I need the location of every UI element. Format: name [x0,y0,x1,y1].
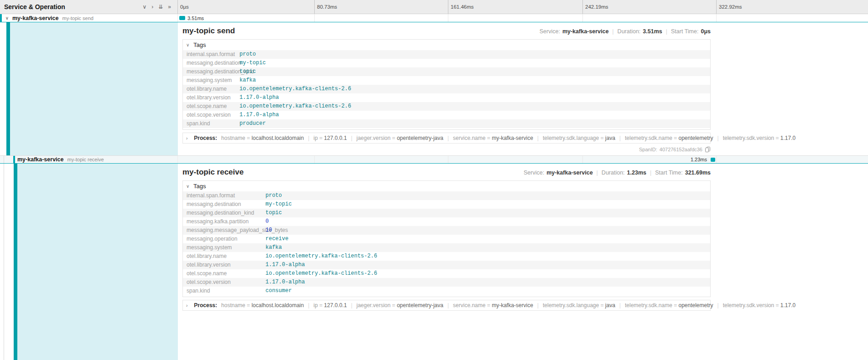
process-key: service.name [453,302,492,309]
process-accordion-header[interactable]: › Process: hostnamelocalhost.localdomain… [182,133,711,144]
process-kv-list: hostnamelocalhost.localdomainip127.0.0.1… [221,302,795,309]
tick-label: 161.46ms [451,4,474,10]
timeline-tick: 161.46ms [448,0,474,14]
tag-key: otel.scope.name [183,102,239,111]
tag-value: 10 [265,226,275,235]
span-detail-highlight [17,164,178,360]
tag-row: otel.scope.version1.17.0-alpha [183,111,710,119]
expand-collapse-toolbar: ∨ › ⇊ » [142,4,177,10]
process-kv-list: hostnamelocalhost.localdomainip127.0.0.1… [221,135,795,141]
span-operation-name: my-topic receive [67,157,104,162]
tag-value: kafka [239,76,260,85]
span-expander-icon[interactable]: ∨ [4,15,10,21]
tags-table: internal.span.formatprotomessaging.desti… [183,191,710,297]
process-value: opentelemetry [679,302,713,309]
tree-indent-guide [4,164,4,360]
tag-value: io.opentelemetry.kafka-clients-2.6 [265,269,381,278]
process-value: localhost.localdomain [251,302,304,309]
span-color-stripe [6,22,10,155]
span-name-cell[interactable]: my-kafka-service my-topic receive [0,156,178,163]
tag-key: otel.library.name [183,85,239,93]
tag-row: messaging.destination_kindtopic [183,67,710,76]
process-key: ip [313,135,324,141]
meta-item: Start Time:0μs [662,28,711,35]
process-kv: hostnamelocalhost.localdomain [221,302,304,309]
tags-accordion-header[interactable]: ∨ Tags [183,40,710,50]
tag-value: topic [265,209,286,217]
process-key: hostname [221,135,251,141]
tags-accordion-header[interactable]: ∨ Tags [183,181,710,191]
process-kv: jaeger.versionopentelemetry-java [347,302,443,309]
tag-row: otel.library.version1.17.0-alpha [183,93,710,102]
grid-line [582,156,583,163]
span-detail-header: my-topic receive Service:my-kafka-servic… [182,168,711,177]
copy-icon[interactable] [705,146,711,153]
process-value: java [605,135,615,141]
tag-row: span.kindproducer [183,119,710,128]
timeline-tick: 242.19ms [582,0,608,14]
process-key: telemetry.sdk.language [543,135,605,141]
tag-value: kafka [265,243,286,252]
meta-label: Service: [540,28,560,35]
span-operation-name: my-topic send [62,15,93,21]
grid-line [314,156,315,163]
chevron-right-icon: › [186,136,187,141]
tag-row: otel.library.nameio.opentelemetry.kafka-… [183,252,710,261]
span-timeline-cell[interactable]: 1.23ms [178,156,868,163]
tags-accordion-title: Tags [193,41,206,48]
span-name-cell[interactable]: ∨ my-kafka-service my-topic send [0,14,178,22]
tag-value: consumer [265,287,296,295]
chevron-right-icon[interactable]: › [151,4,153,10]
timeline-tick: 80.73ms [314,0,337,14]
tag-key: messaging.operation [183,235,265,243]
span-duration-bar[interactable] [711,158,715,162]
tag-value: proto [239,50,260,59]
span-detail-my-topic-send: my-topic send Service:my-kafka-serviceDu… [0,22,868,155]
process-value: opentelemetry-java [397,135,443,141]
meta-item: Duration:3.51ms [608,28,662,35]
meta-value: 3.51ms [643,28,662,35]
span-detail-indent-column [0,164,178,360]
double-chevron-down-icon[interactable]: ⇊ [158,4,163,10]
chevron-down-icon: ∨ [186,184,190,189]
chevron-down-icon[interactable]: ∨ [142,4,146,10]
tag-row: messaging.kafka.partition0 [183,217,710,226]
meta-item: Service:my-kafka-service [524,170,593,176]
process-key: telemetry.sdk.name [625,302,679,309]
tag-value: my-topic [265,200,296,209]
tag-key: messaging.system [183,76,239,85]
span-duration-bar[interactable] [179,16,185,20]
tick-label: 80.73ms [317,4,337,10]
tag-key: messaging.system [183,243,265,252]
span-detail-title: my-topic receive [182,168,244,177]
tick-label: 0μs [180,4,189,10]
grid-line [314,14,315,22]
span-row-my-topic-receive[interactable]: my-kafka-service my-topic receive 1.23ms [0,155,868,164]
span-detail-indent-column [0,22,178,155]
tag-key: messaging.destination [183,59,239,67]
process-accordion-header[interactable]: › Process: hostnamelocalhost.localdomain… [182,300,711,311]
meta-value: 1.23ms [627,170,646,176]
timeline-tick: 322.92ms [716,0,742,14]
tag-row: messaging.destinationmy-topic [183,59,710,67]
tag-value: topic [239,67,260,76]
span-timeline-cell[interactable]: 3.51ms [178,14,868,22]
process-kv: telemetry.sdk.nameopentelemetry [615,135,713,141]
span-id-value: 407276152aafdc36 [660,147,702,152]
timeline-ruler[interactable]: 0μs 80.73ms 161.46ms 242.19ms 322.92ms [178,0,868,14]
tick-label: 322.92ms [719,4,742,10]
trace-timeline-view: Service & Operation ∨ › ⇊ » 0μs 80.73ms … [0,0,868,360]
process-kv: telemetry.sdk.version1.17.0 [713,135,796,141]
tag-row: messaging.message_payload_size_bytes10 [183,226,710,235]
process-key: service.name [453,135,492,141]
meta-value: 321.69ms [685,170,711,176]
tag-row: messaging.systemkafka [183,243,710,252]
process-kv: telemetry.sdk.nameopentelemetry [615,302,713,309]
tag-key: messaging.destination [183,200,265,209]
process-value: 1.17.0 [780,135,795,141]
process-title: Process: [194,135,217,141]
tags-table: internal.span.formatprotomessaging.desti… [183,50,710,129]
double-chevron-right-icon[interactable]: » [168,4,171,10]
tag-value: 1.17.0-alpha [265,261,308,269]
span-row-my-topic-send[interactable]: ∨ my-kafka-service my-topic send 3.51ms [0,14,868,22]
